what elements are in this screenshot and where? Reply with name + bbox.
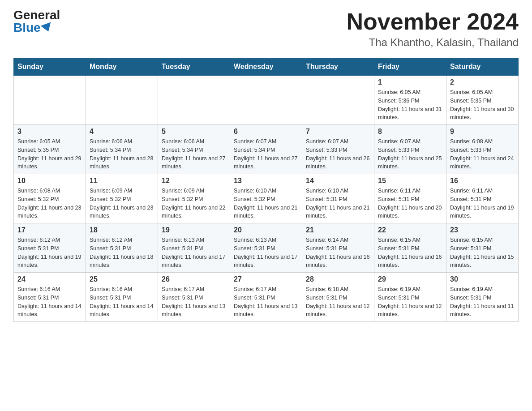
calendar-cell: 20Sunrise: 6:13 AMSunset: 5:31 PMDayligh… bbox=[230, 223, 302, 273]
day-info: Sunrise: 6:14 AMSunset: 5:31 PMDaylight:… bbox=[306, 236, 370, 270]
day-number: 22 bbox=[378, 226, 442, 234]
day-info: Sunrise: 6:13 AMSunset: 5:31 PMDaylight:… bbox=[234, 236, 298, 270]
day-number: 26 bbox=[162, 275, 226, 283]
day-info: Sunrise: 6:05 AMSunset: 5:35 PMDaylight:… bbox=[450, 88, 515, 122]
day-info: Sunrise: 6:15 AMSunset: 5:31 PMDaylight:… bbox=[378, 236, 442, 270]
day-info: Sunrise: 6:15 AMSunset: 5:31 PMDaylight:… bbox=[450, 236, 515, 270]
day-header-wednesday: Wednesday bbox=[230, 58, 302, 76]
day-info: Sunrise: 6:05 AMSunset: 5:36 PMDaylight:… bbox=[378, 88, 442, 122]
calendar-cell bbox=[86, 76, 158, 125]
calendar-cell: 24Sunrise: 6:16 AMSunset: 5:31 PMDayligh… bbox=[14, 273, 86, 322]
day-number: 13 bbox=[234, 177, 298, 185]
day-info: Sunrise: 6:19 AMSunset: 5:31 PMDaylight:… bbox=[450, 285, 515, 319]
day-info: Sunrise: 6:07 AMSunset: 5:33 PMDaylight:… bbox=[306, 137, 370, 171]
day-info: Sunrise: 6:18 AMSunset: 5:31 PMDaylight:… bbox=[306, 285, 370, 319]
day-info: Sunrise: 6:06 AMSunset: 5:34 PMDaylight:… bbox=[90, 137, 154, 171]
day-info: Sunrise: 6:10 AMSunset: 5:31 PMDaylight:… bbox=[306, 187, 370, 220]
day-number: 17 bbox=[17, 226, 82, 234]
week-row-4: 17Sunrise: 6:12 AMSunset: 5:31 PMDayligh… bbox=[14, 223, 519, 273]
day-number: 14 bbox=[306, 177, 370, 185]
day-info: Sunrise: 6:07 AMSunset: 5:34 PMDaylight:… bbox=[234, 137, 298, 171]
calendar-cell: 29Sunrise: 6:19 AMSunset: 5:31 PMDayligh… bbox=[374, 273, 446, 322]
calendar-cell: 17Sunrise: 6:12 AMSunset: 5:31 PMDayligh… bbox=[14, 223, 86, 273]
day-number: 23 bbox=[450, 226, 515, 234]
week-row-3: 10Sunrise: 6:08 AMSunset: 5:32 PMDayligh… bbox=[14, 174, 519, 223]
day-number: 6 bbox=[234, 128, 298, 136]
calendar-cell: 1Sunrise: 6:05 AMSunset: 5:36 PMDaylight… bbox=[374, 76, 446, 125]
day-number: 2 bbox=[450, 78, 515, 86]
calendar-cell: 3Sunrise: 6:05 AMSunset: 5:35 PMDaylight… bbox=[14, 125, 86, 174]
calendar-cell: 19Sunrise: 6:13 AMSunset: 5:31 PMDayligh… bbox=[158, 223, 230, 273]
day-info: Sunrise: 6:16 AMSunset: 5:31 PMDaylight:… bbox=[90, 285, 154, 319]
calendar-cell bbox=[230, 76, 302, 125]
day-info: Sunrise: 6:07 AMSunset: 5:33 PMDaylight:… bbox=[378, 137, 442, 171]
calendar-cell: 18Sunrise: 6:12 AMSunset: 5:31 PMDayligh… bbox=[86, 223, 158, 273]
calendar-cell: 13Sunrise: 6:10 AMSunset: 5:32 PMDayligh… bbox=[230, 174, 302, 223]
calendar-cell: 9Sunrise: 6:08 AMSunset: 5:33 PMDaylight… bbox=[446, 125, 519, 174]
logo: General Blue bbox=[13, 9, 60, 34]
calendar-cell: 7Sunrise: 6:07 AMSunset: 5:33 PMDaylight… bbox=[302, 125, 374, 174]
calendar-cell: 16Sunrise: 6:11 AMSunset: 5:31 PMDayligh… bbox=[446, 174, 519, 223]
calendar-cell: 5Sunrise: 6:06 AMSunset: 5:34 PMDaylight… bbox=[158, 125, 230, 174]
calendar-cell: 6Sunrise: 6:07 AMSunset: 5:34 PMDaylight… bbox=[230, 125, 302, 174]
day-info: Sunrise: 6:12 AMSunset: 5:31 PMDaylight:… bbox=[90, 236, 154, 270]
day-number: 9 bbox=[450, 128, 515, 136]
day-number: 11 bbox=[90, 177, 154, 185]
day-header-monday: Monday bbox=[86, 58, 158, 76]
day-number: 3 bbox=[17, 128, 82, 136]
calendar-cell: 8Sunrise: 6:07 AMSunset: 5:33 PMDaylight… bbox=[374, 125, 446, 174]
day-header-thursday: Thursday bbox=[302, 58, 374, 76]
day-info: Sunrise: 6:06 AMSunset: 5:34 PMDaylight:… bbox=[162, 137, 226, 171]
main-title: November 2024 bbox=[347, 9, 519, 34]
week-row-1: 1Sunrise: 6:05 AMSunset: 5:36 PMDaylight… bbox=[14, 76, 519, 125]
days-header-row: SundayMondayTuesdayWednesdayThursdayFrid… bbox=[14, 58, 519, 76]
day-number: 30 bbox=[450, 275, 515, 283]
day-info: Sunrise: 6:13 AMSunset: 5:31 PMDaylight:… bbox=[162, 236, 226, 270]
day-info: Sunrise: 6:09 AMSunset: 5:32 PMDaylight:… bbox=[162, 187, 226, 220]
calendar-cell: 15Sunrise: 6:11 AMSunset: 5:31 PMDayligh… bbox=[374, 174, 446, 223]
day-header-friday: Friday bbox=[374, 58, 446, 76]
day-info: Sunrise: 6:11 AMSunset: 5:31 PMDaylight:… bbox=[378, 187, 442, 220]
day-info: Sunrise: 6:17 AMSunset: 5:31 PMDaylight:… bbox=[234, 285, 298, 319]
day-number: 21 bbox=[306, 226, 370, 234]
calendar-cell: 12Sunrise: 6:09 AMSunset: 5:32 PMDayligh… bbox=[158, 174, 230, 223]
logo-blue-text: Blue bbox=[13, 21, 52, 34]
day-info: Sunrise: 6:09 AMSunset: 5:32 PMDaylight:… bbox=[90, 187, 154, 220]
calendar-cell: 2Sunrise: 6:05 AMSunset: 5:35 PMDaylight… bbox=[446, 76, 519, 125]
calendar-cell: 14Sunrise: 6:10 AMSunset: 5:31 PMDayligh… bbox=[302, 174, 374, 223]
calendar-cell: 27Sunrise: 6:17 AMSunset: 5:31 PMDayligh… bbox=[230, 273, 302, 322]
day-number: 4 bbox=[90, 128, 154, 136]
calendar-table: SundayMondayTuesdayWednesdayThursdayFrid… bbox=[13, 58, 519, 322]
calendar-cell: 10Sunrise: 6:08 AMSunset: 5:32 PMDayligh… bbox=[14, 174, 86, 223]
day-number: 20 bbox=[234, 226, 298, 234]
day-number: 7 bbox=[306, 128, 370, 136]
logo-general-text: General bbox=[13, 9, 60, 21]
day-info: Sunrise: 6:19 AMSunset: 5:31 PMDaylight:… bbox=[378, 285, 442, 319]
day-number: 27 bbox=[234, 275, 298, 283]
day-header-saturday: Saturday bbox=[446, 58, 519, 76]
day-info: Sunrise: 6:08 AMSunset: 5:32 PMDaylight:… bbox=[17, 187, 82, 220]
day-number: 8 bbox=[378, 128, 442, 136]
day-number: 25 bbox=[90, 275, 154, 283]
calendar-cell bbox=[14, 76, 86, 125]
subtitle: Tha Khantho, Kalasin, Thailand bbox=[347, 36, 519, 49]
calendar-cell: 21Sunrise: 6:14 AMSunset: 5:31 PMDayligh… bbox=[302, 223, 374, 273]
day-header-tuesday: Tuesday bbox=[158, 58, 230, 76]
week-row-5: 24Sunrise: 6:16 AMSunset: 5:31 PMDayligh… bbox=[14, 273, 519, 322]
day-info: Sunrise: 6:10 AMSunset: 5:32 PMDaylight:… bbox=[234, 187, 298, 220]
day-info: Sunrise: 6:08 AMSunset: 5:33 PMDaylight:… bbox=[450, 137, 515, 171]
day-number: 16 bbox=[450, 177, 515, 185]
calendar-cell: 11Sunrise: 6:09 AMSunset: 5:32 PMDayligh… bbox=[86, 174, 158, 223]
day-number: 29 bbox=[378, 275, 442, 283]
page-header: General Blue November 2024 Tha Khantho, … bbox=[13, 9, 519, 49]
calendar-cell: 26Sunrise: 6:17 AMSunset: 5:31 PMDayligh… bbox=[158, 273, 230, 322]
calendar-cell bbox=[302, 76, 374, 125]
day-number: 1 bbox=[378, 78, 442, 86]
day-info: Sunrise: 6:17 AMSunset: 5:31 PMDaylight:… bbox=[162, 285, 226, 319]
day-number: 15 bbox=[378, 177, 442, 185]
calendar-cell: 28Sunrise: 6:18 AMSunset: 5:31 PMDayligh… bbox=[302, 273, 374, 322]
day-number: 28 bbox=[306, 275, 370, 283]
day-info: Sunrise: 6:16 AMSunset: 5:31 PMDaylight:… bbox=[17, 285, 82, 319]
calendar-cell bbox=[158, 76, 230, 125]
calendar-cell: 30Sunrise: 6:19 AMSunset: 5:31 PMDayligh… bbox=[446, 273, 519, 322]
